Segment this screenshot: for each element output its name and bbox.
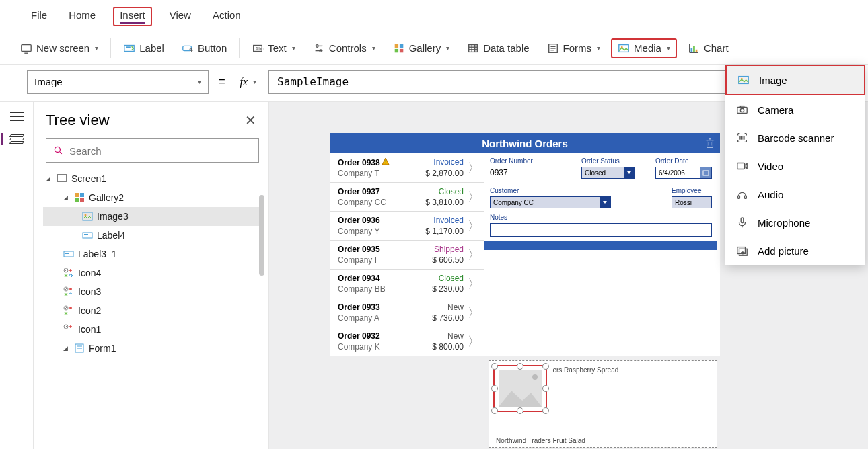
separator [110,38,111,58]
media-dd-image[interactable]: Image [725,65,865,95]
form-icon [74,343,85,354]
hamburger-icon[interactable] [10,112,24,121]
chart-button[interactable]: Chart [681,40,735,57]
chevron-down-icon: ▾ [253,78,256,85]
selected-image-control[interactable] [493,365,547,412]
icon-group-icon [63,305,74,316]
svg-rect-62 [703,171,709,175]
resize-handle[interactable] [491,385,498,392]
fx-button[interactable]: fx ▾ [235,76,262,88]
menu-action[interactable]: Action [209,7,245,26]
gallery-row[interactable]: Order 0938InvoicedCompany T$ 2,870.00〉 [330,153,484,183]
dropdown-customer[interactable]: Company CC [490,196,611,208]
resize-handle[interactable] [491,363,498,370]
trash-icon[interactable] [705,138,715,149]
input-order-date[interactable]: 6/4/2006 [655,167,712,179]
tree-item-image3[interactable]: Image3 [43,207,262,226]
label-notes: Notes [490,214,712,221]
resize-handle[interactable] [491,407,498,414]
tree-item-icon3[interactable]: Icon3 [43,282,262,301]
media-dd-addpicture[interactable]: Add picture [725,237,865,265]
svg-rect-4 [183,46,192,50]
text-button[interactable]: Abc Text▾ [245,40,302,57]
media-button[interactable]: Media▾ [611,38,677,58]
audio-icon [736,188,748,200]
menu-home[interactable]: Home [65,7,100,26]
tree-item-label3-1[interactable]: Label3_1 [43,245,262,263]
close-icon[interactable]: ✕ [245,112,256,128]
tree-item-icon2[interactable]: Icon2 [43,301,262,320]
resize-handle[interactable] [517,407,523,414]
menu-file[interactable]: File [27,7,51,26]
label-icon [123,42,135,54]
svg-text:Abc: Abc [256,45,264,51]
controls-button[interactable]: Controls▾ [306,40,382,57]
media-dd-camera[interactable]: Camera [725,95,865,124]
input-notes[interactable] [490,223,712,237]
image-placeholder-icon [499,370,542,407]
gallery-row[interactable]: Order 0935ShippedCompany I$ 606.50〉 [330,241,484,270]
chevron-right-icon: 〉 [468,189,480,205]
media-dd-microphone[interactable]: Microphone [725,208,865,237]
gallery-row[interactable]: Order 0933NewCompany A$ 736.00〉 [330,298,484,327]
resize-handle[interactable] [542,363,549,370]
tree-view-title: Tree view [46,112,110,129]
treeview-rail-button[interactable] [10,134,24,144]
svg-rect-24 [619,44,628,52]
tree: ◢Screen1 ◢Gallery2 Image3 Label4 Label3_… [43,169,262,358]
media-dropdown: Image Camera Barcode scanner Video Audio… [725,65,865,265]
input-employee[interactable]: Rossi [672,196,712,208]
detail-gallery: ers Raspberry Spread Northwind Traders F… [489,360,717,448]
value-order-number: 0937 [490,167,561,181]
resize-handle[interactable] [542,407,549,414]
barcode-icon [736,132,748,144]
forms-button[interactable]: Forms▾ [540,40,608,57]
tree-item-screen1[interactable]: ◢Screen1 [43,169,262,188]
tree-item-icon4[interactable]: Icon4 [43,263,262,282]
resize-handle[interactable] [517,363,523,370]
media-dd-audio[interactable]: Audio [725,180,865,208]
new-screen-button[interactable]: New screen▾ [13,40,105,57]
tree-search-input[interactable] [46,138,259,163]
tree-item-form1[interactable]: ◢Form1 [43,339,262,358]
chevron-right-icon: 〉 [468,218,480,234]
gallery-row[interactable]: Order 0934ClosedCompany BB$ 230.00〉 [330,270,484,298]
svg-rect-15 [469,44,478,52]
gallery-button[interactable]: Gallery▾ [386,40,457,57]
svg-rect-14 [400,48,403,52]
camera-icon [736,104,748,116]
tree-item-gallery2[interactable]: ◢Gallery2 [43,188,262,207]
gallery-row[interactable]: Order 0932NewCompany K$ 800.00〉 [330,327,484,356]
tree-item-icon1[interactable]: Icon1 [43,320,262,339]
scrollbar[interactable] [259,195,264,276]
search-icon [53,145,64,156]
svg-point-66 [740,108,744,112]
button-button[interactable]: Button [175,40,233,57]
screen-icon [57,173,67,184]
tree-item-label4[interactable]: Label4 [43,226,262,245]
svg-rect-11 [394,44,398,47]
svg-rect-34 [75,193,79,197]
chevron-down-icon: ▾ [446,44,449,52]
screen-icon [20,42,32,54]
media-dd-video[interactable]: Video [725,152,865,180]
chevron-down-icon: ▾ [597,44,600,52]
media-dd-barcode[interactable]: Barcode scanner [725,124,865,152]
gallery-row[interactable]: Order 0937ClosedCompany CC$ 3,810.00〉 [330,183,484,212]
microphone-icon [736,216,748,229]
gallery-row[interactable]: Order 0936InvoicedCompany Y$ 1,170.00〉 [330,212,484,241]
property-selector[interactable]: Image ▾ [27,70,209,94]
label-icon [63,249,74,259]
resize-handle[interactable] [542,385,549,392]
datatable-button[interactable]: Data table [460,40,536,57]
menu-view[interactable]: View [166,7,195,26]
image-icon [737,74,750,86]
label-button[interactable]: Label [116,40,171,57]
svg-point-39 [85,214,87,216]
svg-rect-30 [696,49,698,52]
svg-line-32 [60,152,62,154]
icon-group-icon [63,286,74,297]
video-icon [736,160,748,172]
menu-insert[interactable]: Insert [113,7,152,26]
dropdown-order-status[interactable]: Closed [581,167,635,179]
